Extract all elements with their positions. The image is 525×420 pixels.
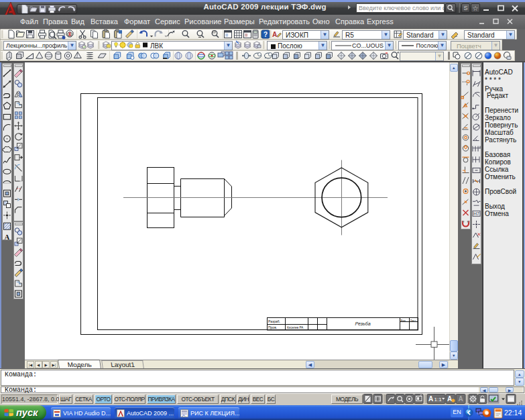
svg-text:Разраб.: Разраб. — [268, 319, 280, 323]
svg-text:Киселев РА: Киселев РА — [287, 326, 303, 329]
svg-text:А: А — [428, 395, 433, 403]
svg-text:А: А — [447, 395, 452, 403]
svg-text:А: А — [459, 395, 463, 403]
svg-text:?: ? — [264, 31, 268, 38]
svg-text:1:1: 1:1 — [434, 397, 443, 403]
svg-text:A: A — [4, 233, 10, 240]
svg-text:Пров.: Пров. — [268, 325, 277, 329]
svg-text:Вар.: Вар. — [401, 319, 406, 322]
svg-text:Резьба: Резьба — [355, 321, 370, 326]
svg-text:A: A — [272, 31, 277, 38]
svg-text:Лист: Лист — [410, 319, 416, 322]
svg-text:H7: H7 — [473, 211, 479, 216]
